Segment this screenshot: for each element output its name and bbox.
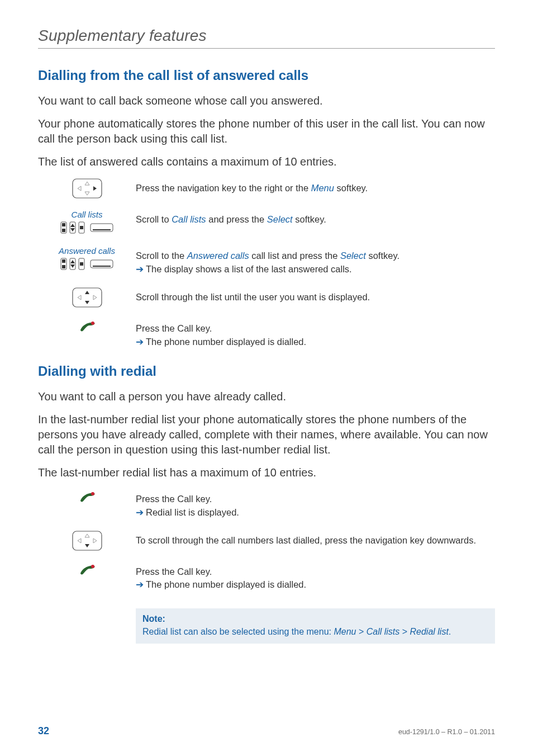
step-row: Call lists Scroll to Call lists and pres…: [38, 210, 495, 235]
doc-id: eud-1291/1.0 – R1.0 – 01.2011: [398, 728, 495, 736]
step-icon: [38, 319, 136, 334]
note-box: Note: Redial list can also be selected u…: [136, 608, 495, 644]
steps-redial: Press the Call key.Redial list is displa…: [38, 489, 495, 644]
nav-key-icon: [72, 178, 102, 199]
step-text: Scroll to Call lists and press the Selec…: [136, 210, 495, 226]
scroll-select-icon: [60, 257, 114, 271]
step-icon: [38, 287, 136, 308]
para: In the last-number redial list your phon…: [38, 412, 495, 457]
svg-rect-16: [62, 259, 65, 263]
steps-answered: Press the navigation key to the right or…: [38, 178, 495, 349]
call-key-icon: [77, 489, 97, 505]
step-row: Press the navigation key to the right or…: [38, 178, 495, 199]
para: You want to call a person you have alrea…: [38, 389, 495, 404]
step-row: Answered calls Scroll to the Answered ca…: [38, 246, 495, 276]
step-text: Press the Call key.The phone number disp…: [136, 319, 495, 349]
call-key-icon: [77, 562, 97, 578]
step-icon: [38, 562, 136, 578]
step-row: Press the Call key.The phone number disp…: [38, 562, 495, 592]
svg-point-30: [91, 322, 94, 325]
step-row: Scroll through the list until the user y…: [38, 287, 495, 308]
step-row: To scroll through the call numbers last …: [38, 531, 495, 551]
nav-key-icon: [72, 531, 102, 551]
step-icon-caption: Answered calls: [59, 246, 115, 256]
para: The list of answered calls contains a ma…: [38, 154, 495, 169]
step-row: Note: Redial list can also be selected u…: [38, 603, 495, 644]
step-row: Press the Call key.Redial list is displa…: [38, 489, 495, 519]
call-key-icon: [77, 319, 97, 334]
step-icon: [38, 178, 136, 199]
step-icon: [38, 531, 136, 551]
page-number: 32: [38, 725, 49, 737]
step-icon: Call lists: [38, 210, 136, 235]
note-title: Note:: [142, 613, 488, 625]
note-body: Redial list can also be selected using t…: [142, 626, 488, 638]
scroll-select-icon: [60, 220, 114, 235]
step-icon-caption: Call lists: [72, 210, 103, 219]
svg-rect-22: [80, 262, 83, 266]
step-icon: [38, 489, 136, 505]
svg-rect-6: [62, 223, 65, 226]
page: Supplementary features Dialling from the…: [0, 0, 533, 756]
step-row: Press the Call key.The phone number disp…: [38, 319, 495, 349]
note: Note: Redial list can also be selected u…: [136, 603, 495, 644]
para: The last-number redial list has a maximu…: [38, 465, 495, 480]
svg-rect-7: [62, 229, 65, 232]
step-icon: Answered calls: [38, 246, 136, 271]
section-title-answered: Dialling from the call list of answered …: [38, 68, 495, 83]
svg-point-37: [91, 565, 94, 568]
svg-rect-17: [62, 265, 65, 268]
step-text: Press the navigation key to the right or…: [136, 178, 495, 195]
step-text: Press the Call key.The phone number disp…: [136, 562, 495, 592]
step-text: Press the Call key.Redial list is displa…: [136, 489, 495, 519]
step-text: Scroll to the Answered calls call list a…: [136, 246, 495, 276]
step-text: Scroll through the list until the user y…: [136, 287, 495, 304]
svg-point-31: [91, 492, 94, 495]
footer: 32 eud-1291/1.0 – R1.0 – 01.2011: [38, 725, 495, 737]
para: You want to call back someone whose call…: [38, 93, 495, 108]
running-head: Supplementary features: [38, 27, 495, 45]
para: Your phone automatically stores the phon…: [38, 116, 495, 147]
nav-key-icon: [72, 287, 102, 308]
header-rule: [38, 48, 495, 49]
section-title-redial: Dialling with redial: [38, 363, 495, 379]
step-text: To scroll through the call numbers last …: [136, 531, 495, 547]
svg-rect-12: [80, 226, 83, 229]
